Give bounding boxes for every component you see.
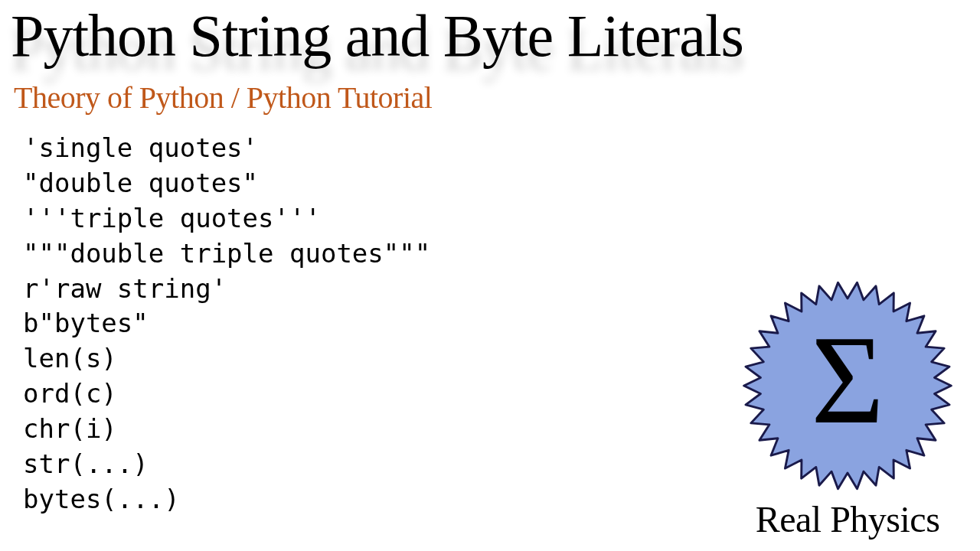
channel-logo: Σ Real Physics	[737, 275, 959, 540]
slide-subtitle: Theory of Python / Python Tutorial	[0, 66, 980, 116]
sigma-badge-icon: Σ	[737, 275, 959, 497]
slide-title: Python String and Byte Literals	[0, 0, 980, 66]
brand-name: Real Physics	[737, 498, 959, 540]
sigma-glyph: Σ	[811, 311, 884, 450]
